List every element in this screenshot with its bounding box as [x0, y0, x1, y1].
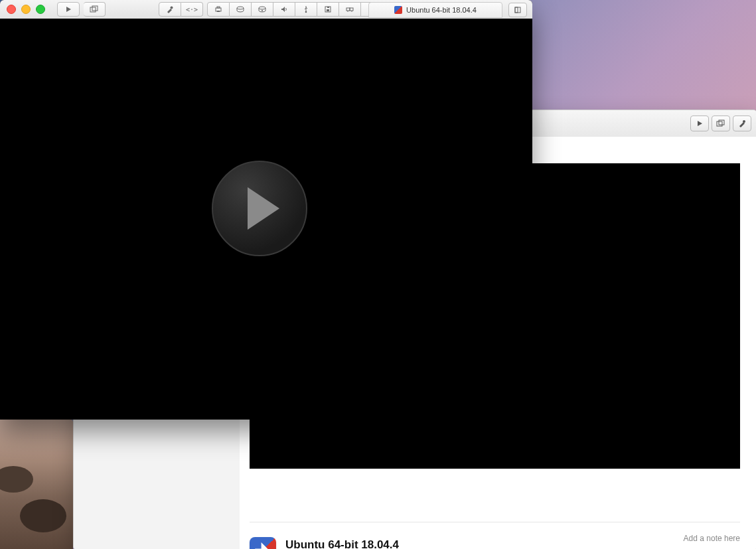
- vm-cdrom-button[interactable]: [252, 2, 273, 17]
- svg-point-15: [305, 11, 307, 13]
- vm-tab-title: Ubuntu 64-bit 18.04.4: [406, 6, 477, 14]
- vm-tab[interactable]: Ubuntu 64-bit 18.04.4: [368, 2, 502, 18]
- close-button[interactable]: [7, 5, 16, 14]
- vm-printer-button[interactable]: [207, 2, 230, 17]
- play-icon: [248, 187, 279, 230]
- window-controls: [7, 5, 45, 14]
- svg-rect-5: [90, 7, 96, 12]
- vmware-tab-icon: [394, 6, 402, 14]
- svg-rect-17: [327, 9, 329, 11]
- minimize-button[interactable]: [21, 5, 31, 14]
- library-snapshot-button[interactable]: [712, 116, 730, 131]
- svg-point-3: [743, 120, 745, 123]
- svg-point-11: [237, 7, 244, 9]
- vm-network-button[interactable]: [339, 2, 361, 17]
- svg-point-13: [262, 10, 263, 11]
- vm-snapshot-button[interactable]: [84, 2, 106, 17]
- vm-harddisk-button[interactable]: [230, 2, 252, 17]
- library-settings-button[interactable]: [733, 116, 751, 131]
- svg-rect-10: [217, 11, 220, 12]
- svg-rect-6: [92, 6, 98, 11]
- vm-screen[interactable]: [0, 19, 532, 420]
- svg-marker-4: [66, 7, 71, 12]
- vm-big-play-button[interactable]: [212, 161, 307, 256]
- svg-rect-2: [719, 120, 724, 125]
- vm-fullscreen-button[interactable]: [508, 3, 527, 17]
- svg-marker-0: [698, 121, 702, 126]
- svg-rect-18: [327, 7, 329, 8]
- svg-point-12: [259, 7, 265, 9]
- library-vm-row[interactable]: Ubuntu 64-bit 18.04.4 Ubuntu 64-bit: [250, 522, 740, 549]
- vm-play-button[interactable]: [57, 2, 80, 17]
- vmware-icon: [250, 537, 276, 549]
- zoom-button[interactable]: [36, 5, 45, 14]
- svg-marker-14: [281, 7, 285, 12]
- library-add-note[interactable]: Add a note here: [684, 534, 740, 543]
- svg-rect-22: [515, 7, 518, 13]
- vm-floppy-button[interactable]: [317, 2, 339, 17]
- vm-toolbar-device-group: <·>: [159, 2, 387, 17]
- vm-usb-button[interactable]: [295, 2, 317, 17]
- vm-titlebar[interactable]: <·>: [0, 0, 532, 19]
- svg-rect-1: [717, 121, 722, 126]
- svg-rect-9: [217, 7, 220, 8]
- library-vm-title: Ubuntu 64-bit 18.04.4: [285, 538, 399, 549]
- vm-send-keys-button[interactable]: <·>: [181, 2, 203, 17]
- vm-toolbar-run-group: [57, 2, 106, 17]
- svg-point-7: [171, 7, 173, 9]
- desktop-wallpaper-rocks: [0, 420, 73, 549]
- svg-rect-20: [350, 8, 353, 11]
- library-vm-text: Ubuntu 64-bit 18.04.4 Ubuntu 64-bit: [285, 538, 399, 549]
- svg-rect-19: [346, 8, 350, 11]
- vm-settings-wrench-button[interactable]: [159, 2, 181, 17]
- vm-console-window[interactable]: <·>: [0, 0, 532, 420]
- vm-sound-button[interactable]: [273, 2, 295, 17]
- library-play-button[interactable]: [690, 116, 709, 131]
